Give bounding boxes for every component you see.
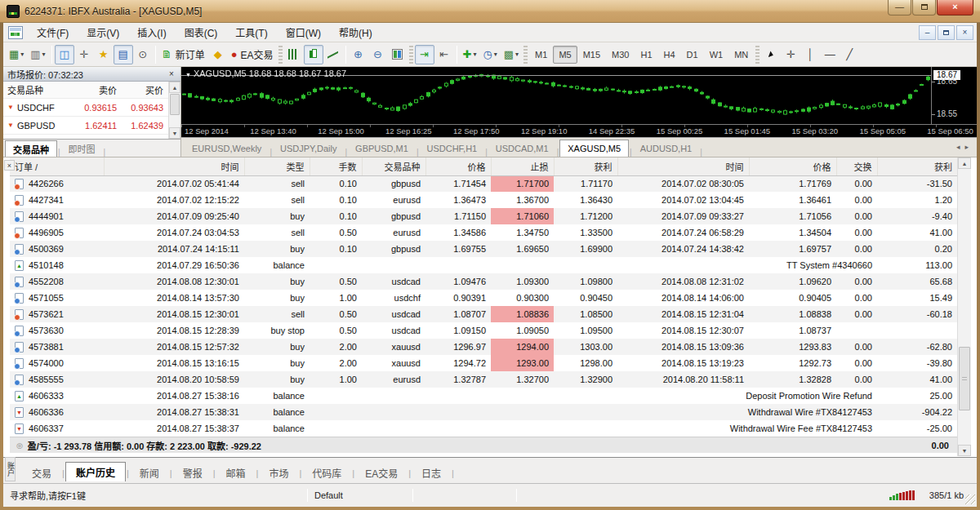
timeframe-m1[interactable]: M1: [529, 46, 553, 64]
titlebar[interactable]: 6224371: IBFX Australia - [XAGUSD,M5] — …: [0, 0, 980, 23]
history-row-4606333[interactable]: ▲46063332014.08.27 15:38:16balanceDeposi…: [10, 388, 957, 404]
resize-grip[interactable]: [965, 494, 975, 504]
market-watch-row-gbpusd[interactable]: ▼GBPUSD1.624111.62439: [3, 117, 180, 135]
history-column-3[interactable]: 手数: [310, 157, 362, 175]
timeframe-m15[interactable]: M15: [577, 46, 606, 64]
child-minimize-button[interactable]: –: [919, 25, 936, 40]
terminal-tab-新闻[interactable]: 新闻: [130, 463, 169, 481]
history-row-4606337[interactable]: ▼46063372014.08.27 15:38:37balanceWithdr…: [10, 420, 957, 437]
restore-button[interactable]: [912, 0, 936, 16]
menu-item-显示[interactable]: 显示(V): [78, 23, 128, 42]
auto-scroll-toggle[interactable]: ⇥: [415, 45, 434, 64]
child-restore-button[interactable]: [938, 25, 955, 40]
column-ask[interactable]: 买价: [122, 83, 168, 96]
history-row-4496905[interactable]: 44969052014.07.24 03:04:53sell0.50eurusd…: [10, 224, 957, 241]
market-watch-toggle[interactable]: ◫: [55, 45, 74, 64]
scroll-thumb[interactable]: [959, 347, 970, 410]
menu-item-工具[interactable]: 工具(T): [226, 23, 276, 42]
templates-button[interactable]: ▩▾: [501, 45, 522, 64]
chart-tab-gbpusd[interactable]: GBPUSD,M1: [348, 140, 416, 157]
scroll-up-icon[interactable]: ▲: [958, 157, 971, 169]
history-row-4500369[interactable]: 45003692014.07.24 14:15:11buy0.10gbpusd1…: [10, 241, 957, 257]
terminal-tab-交易[interactable]: 交易: [22, 463, 61, 481]
terminal-tab-账户历史[interactable]: 账户历史: [65, 462, 126, 481]
vertical-line-tool[interactable]: │: [800, 45, 820, 64]
horizontal-line-tool[interactable]: —: [820, 45, 840, 64]
history-row-4426266[interactable]: 44262662014.07.02 05:41:44sell0.10gbpusd…: [10, 175, 957, 192]
history-scrollbar[interactable]: ▲ ▼: [957, 157, 971, 456]
close-button[interactable]: ×: [937, 0, 973, 16]
line-chart-button[interactable]: [323, 45, 343, 64]
history-column-8[interactable]: 时间: [617, 157, 749, 175]
history-column-11[interactable]: 获利: [877, 157, 957, 175]
history-row-4573630[interactable]: 45736302014.08.15 12:28:39buy stop0.50us…: [10, 322, 957, 339]
market-watch-tab-tick[interactable]: 即时图: [61, 140, 103, 157]
history-column-1[interactable]: 时间: [104, 157, 244, 175]
ea-trade-button[interactable]: ●EA交易: [228, 45, 277, 64]
column-symbol[interactable]: 交易品种: [3, 83, 75, 96]
scroll-down-icon[interactable]: ▼: [169, 127, 180, 139]
menu-item-文件[interactable]: 文件(F): [28, 23, 78, 42]
history-row-4573881[interactable]: 45738812014.08.15 12:57:32buy2.00xauusd1…: [10, 339, 957, 355]
minimize-button[interactable]: —: [888, 0, 911, 16]
column-bid[interactable]: 卖价: [75, 83, 122, 96]
chart-expand-icon[interactable]: ▼: [185, 72, 191, 78]
terminal-side-label[interactable]: 账户: [5, 457, 16, 481]
history-row-4606336[interactable]: ▼46063362014.08.27 15:38:31balanceWithdr…: [10, 404, 957, 420]
timeframe-m5[interactable]: M5: [553, 46, 577, 64]
time-axis[interactable]: 12 Sep 201412 Sep 13:4012 Sep 15:0012 Se…: [181, 125, 977, 137]
data-window-button[interactable]: ✛: [74, 45, 94, 64]
terminal-tab-EA交易[interactable]: EA交易: [355, 463, 408, 481]
timeframe-h4[interactable]: H4: [658, 46, 681, 64]
strategy-tester-button[interactable]: ⊙: [133, 45, 153, 64]
chart-tab-usdjpy[interactable]: USDJPY,Daily: [273, 140, 345, 157]
chart-tab-scroll-icons[interactable]: ◂▸: [956, 143, 973, 151]
crosshair-tool[interactable]: ✛: [781, 45, 800, 64]
trendline-tool[interactable]: ╱: [840, 45, 859, 64]
terminal-close-icon[interactable]: ×: [4, 160, 15, 171]
chart-tab-audusd[interactable]: AUDUSD,H1: [633, 140, 700, 157]
scroll-down-icon[interactable]: ▼: [958, 445, 971, 456]
history-row-4427341[interactable]: 44273412014.07.02 12:15:22sell0.10eurusd…: [10, 192, 957, 208]
periods-button[interactable]: ◷▾: [479, 45, 500, 64]
menu-item-图表[interactable]: 图表(C): [176, 23, 227, 42]
menu-item-窗口[interactable]: 窗口(W): [277, 23, 330, 42]
chart-tab-usdcad[interactable]: USDCAD,M1: [488, 140, 556, 157]
terminal-tab-日志[interactable]: 日志: [412, 463, 451, 481]
menu-item-插入[interactable]: 插入(I): [128, 23, 175, 42]
market-watch-tab-symbols[interactable]: 交易品种: [5, 140, 57, 157]
metaeditor-button[interactable]: ◆: [208, 45, 228, 64]
zoom-out-button[interactable]: ⊖: [368, 45, 388, 64]
profiles-button[interactable]: ▥▾: [27, 45, 48, 64]
chart-tab-xagusd[interactable]: XAGUSD,M5: [559, 140, 629, 157]
terminal-tab-代码库[interactable]: 代码库: [302, 463, 351, 481]
new-chart-button[interactable]: ▦▾: [6, 45, 27, 64]
terminal-tab-警报[interactable]: 警报: [173, 463, 212, 481]
chart-tab-usdchf[interactable]: USDCHF,H1: [420, 140, 485, 157]
new-order-button[interactable]: 🗎新订单: [158, 45, 208, 64]
history-row-4444901[interactable]: 44449012014.07.09 09:25:40buy0.10gbpusd1…: [10, 208, 957, 224]
status-profile[interactable]: Default: [308, 488, 412, 503]
navigator-button[interactable]: ★: [94, 45, 114, 64]
timeframe-w1[interactable]: W1: [704, 46, 729, 64]
chart-tab-eurusd[interactable]: EURUSD,Weekly: [185, 140, 269, 157]
history-column-9[interactable]: 价格: [749, 157, 836, 175]
history-column-5[interactable]: 价格: [425, 157, 491, 175]
timeframe-mn[interactable]: MN: [728, 46, 754, 64]
terminal-tab-邮箱[interactable]: 邮箱: [216, 463, 256, 481]
history-column-10[interactable]: 交换: [836, 157, 877, 175]
market-watch-close-icon[interactable]: ×: [167, 69, 176, 78]
tile-windows-button[interactable]: [388, 45, 408, 64]
timeframe-h1[interactable]: H1: [635, 46, 657, 64]
history-column-7[interactable]: 获利: [554, 157, 617, 175]
chart-shift-button[interactable]: ⇤: [434, 45, 454, 64]
candlestick-button[interactable]: [304, 45, 323, 64]
market-watch-row-usdchf[interactable]: ▼USDCHF0.936150.93643: [3, 99, 180, 117]
history-row-4510148[interactable]: ▲45101482014.07.29 16:50:36balanceTT Sys…: [10, 257, 957, 273]
history-column-4[interactable]: 交易品种: [362, 157, 425, 175]
terminal-tab-市场[interactable]: 市场: [259, 463, 298, 481]
market-watch-scrollbar[interactable]: ▲ ▼: [168, 82, 180, 139]
menu-item-帮助[interactable]: 帮助(H): [330, 23, 381, 42]
history-column-2[interactable]: 类型: [244, 157, 310, 175]
terminal-toggle[interactable]: ▤: [114, 45, 133, 64]
